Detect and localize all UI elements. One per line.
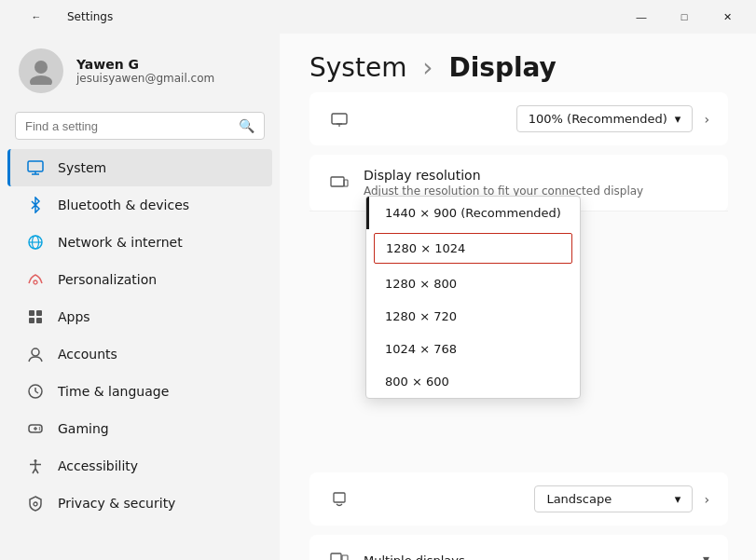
window-controls: — □ ✕ [620, 0, 749, 34]
sidebar-item-network[interactable]: Network & internet [7, 224, 272, 261]
svg-rect-11 [29, 318, 34, 323]
sidebar-item-gaming[interactable]: Gaming [7, 410, 272, 447]
page-display-title: Display [448, 52, 556, 83]
monitor-icon [26, 158, 45, 177]
svg-rect-10 [36, 310, 42, 316]
user-profile[interactable]: Yawen G jesuisyawen@gmail.com [0, 34, 280, 112]
apps-icon [26, 307, 45, 326]
svg-rect-33 [334, 493, 345, 502]
resolution-option-1[interactable]: 1280 × 1024 [374, 233, 572, 264]
resolution-title: Display resolution [364, 168, 643, 183]
svg-line-16 [35, 391, 38, 393]
sidebar-label-accessibility: Accessibility [58, 458, 138, 473]
sidebar-item-accounts[interactable]: Accounts [7, 335, 272, 373]
search-icon: 🔍 [239, 118, 254, 133]
sidebar-item-privacy[interactable]: Privacy & security [7, 485, 272, 522]
titlebar: ← Settings — □ ✕ [0, 0, 756, 34]
page-title: System › Display [309, 52, 728, 83]
resolution-option-2[interactable]: 1280 × 800 [366, 267, 580, 300]
resolution-row-left: Display resolution Adjust the resolution… [328, 168, 709, 198]
search-input[interactable] [25, 119, 239, 133]
sidebar-label-time: Time & language [58, 384, 169, 399]
displays-subtitle: Multiple displays [364, 553, 465, 561]
resolution-icon [328, 172, 351, 195]
avatar [19, 48, 63, 93]
sidebar-label-system: System [58, 160, 106, 175]
rotate-icon [328, 488, 351, 511]
accounts-icon [26, 345, 45, 363]
sidebar-item-system[interactable]: System [7, 149, 272, 186]
resolution-option-3[interactable]: 1280 × 720 [366, 300, 580, 333]
orientation-chevron: ▾ [675, 492, 681, 506]
resolution-option-4[interactable]: 1024 × 768 [366, 333, 580, 365]
svg-line-25 [33, 469, 35, 473]
sidebar-label-network: Network & internet [58, 235, 183, 250]
scale-dropdown[interactable]: 100% (Recommended) ▾ [516, 105, 694, 132]
resolution-option-5[interactable]: 800 × 600 [366, 365, 580, 398]
content-area: System › Display [280, 34, 756, 560]
breadcrumb-sep: › [422, 52, 433, 83]
page-header: System › Display [282, 34, 756, 92]
svg-rect-31 [331, 177, 344, 186]
scale-card: 100% (Recommended) ▾ › [309, 92, 728, 145]
multiple-displays-left: Multiple displays [328, 548, 703, 560]
svg-point-21 [39, 429, 41, 430]
svg-point-20 [39, 427, 41, 429]
svg-rect-28 [332, 114, 347, 124]
close-button[interactable]: ✕ [706, 0, 749, 34]
sidebar-item-bluetooth[interactable]: Bluetooth & devices [7, 186, 272, 224]
svg-point-8 [34, 280, 37, 284]
displays-text: Multiple displays [364, 552, 465, 561]
sidebar-item-accessibility[interactable]: Accessibility [7, 447, 272, 485]
app-title: Settings [67, 10, 113, 23]
orientation-card: Landscape ▾ › [309, 472, 728, 526]
network-icon [26, 233, 45, 252]
orientation-row: Landscape ▾ › [309, 472, 728, 526]
svg-rect-9 [29, 310, 34, 316]
sidebar-label-accounts: Accounts [58, 347, 117, 362]
svg-point-1 [30, 75, 52, 85]
orientation-dropdown[interactable]: Landscape ▾ [534, 485, 693, 512]
resolution-option-0[interactable]: 1440 × 900 (Recommended) [366, 197, 580, 229]
displays-chevron: ▾ [703, 552, 709, 560]
sidebar-label-bluetooth: Bluetooth & devices [58, 198, 189, 212]
sidebar-label-personalization: Personalization [58, 272, 157, 287]
sidebar-item-personalization[interactable]: Personalization [7, 261, 272, 298]
scale-value: 100% (Recommended) [529, 112, 667, 126]
scale-icon [328, 108, 351, 130]
displays-icon [328, 548, 351, 560]
nav-list: System Bluetooth & devices [0, 149, 280, 522]
content-scroll: 100% (Recommended) ▾ › [282, 92, 756, 560]
svg-rect-2 [28, 161, 43, 171]
user-email: jesuisyawen@gmail.com [76, 72, 214, 85]
user-name: Yawen G [76, 57, 214, 72]
sidebar-label-privacy: Privacy & security [58, 496, 175, 511]
sidebar-label-gaming: Gaming [58, 421, 109, 436]
orientation-row-left [328, 488, 534, 511]
personalization-icon [26, 270, 45, 289]
sidebar-item-time[interactable]: Time & language [7, 373, 272, 410]
scale-row-chevron: › [704, 112, 709, 127]
scale-row: 100% (Recommended) ▾ › [309, 92, 728, 145]
minimize-button[interactable]: — [620, 0, 663, 34]
resolution-card: Display resolution Adjust the resolution… [309, 155, 728, 212]
scale-row-left [328, 108, 516, 130]
maximize-button[interactable]: □ [663, 0, 706, 34]
svg-line-26 [35, 469, 38, 473]
resolution-text: Display resolution Adjust the resolution… [364, 168, 643, 198]
back-button[interactable]: ← [15, 0, 58, 34]
search-box[interactable]: 🔍 [15, 112, 265, 140]
gaming-icon [26, 419, 45, 438]
sidebar-label-apps: Apps [58, 309, 90, 324]
scale-chevron: ▾ [675, 112, 681, 126]
resolution-dropdown: 1440 × 900 (Recommended) 1280 × 1024 128… [365, 196, 581, 399]
sidebar-item-apps[interactable]: Apps [7, 298, 272, 335]
orientation-value: Landscape [546, 492, 612, 506]
accessibility-icon [26, 457, 45, 475]
svg-point-27 [34, 502, 37, 506]
multiple-displays-card: Multiple displays ▾ [309, 535, 728, 560]
user-info: Yawen G jesuisyawen@gmail.com [76, 57, 214, 85]
svg-rect-35 [342, 555, 348, 560]
titlebar-left: ← Settings [15, 0, 113, 34]
app-container: Yawen G jesuisyawen@gmail.com 🔍 System [0, 34, 756, 560]
